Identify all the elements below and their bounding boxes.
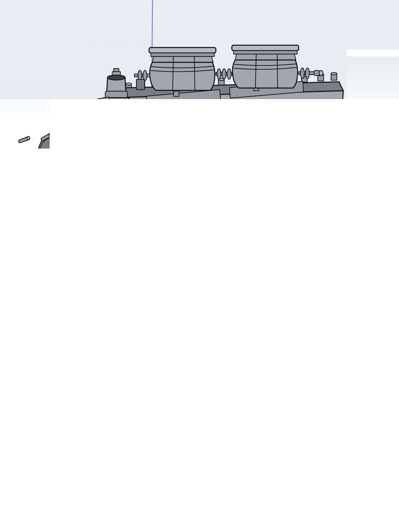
model-canvas[interactable] — [0, 0, 399, 532]
water-pump[interactable] — [8, 131, 150, 196]
3d-viewport[interactable] — [0, 0, 399, 532]
throttle-body-left[interactable] — [149, 48, 216, 90]
cam-sprocket[interactable] — [23, 338, 109, 401]
magneto-drive[interactable] — [63, 265, 112, 316]
engine-model[interactable] — [8, 45, 383, 468]
oil-pump[interactable] — [109, 340, 208, 438]
throttle-body-right[interactable] — [232, 45, 299, 88]
collector-megaphone[interactable] — [232, 404, 307, 468]
manifold-bolt — [331, 72, 337, 80]
